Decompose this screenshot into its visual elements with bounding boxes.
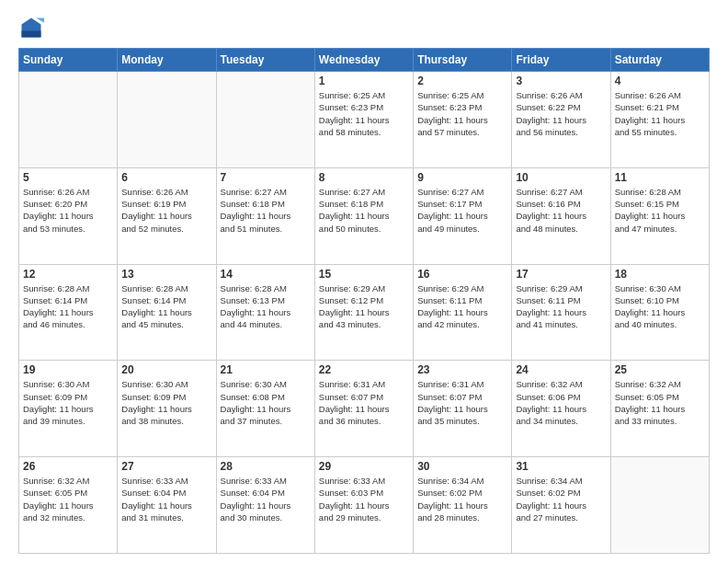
day-info: Sunrise: 6:28 AM Sunset: 6:15 PM Dayligh… xyxy=(615,186,705,235)
day-number: 21 xyxy=(221,363,311,376)
logo xyxy=(18,15,48,40)
day-number: 8 xyxy=(319,171,409,184)
calendar-cell: 1Sunrise: 6:25 AM Sunset: 6:23 PM Daylig… xyxy=(314,72,413,168)
calendar-week-2: 5Sunrise: 6:26 AM Sunset: 6:20 PM Daylig… xyxy=(19,167,710,264)
calendar-cell: 27Sunrise: 6:33 AM Sunset: 6:04 PM Dayli… xyxy=(118,457,216,554)
day-info: Sunrise: 6:29 AM Sunset: 6:11 PM Dayligh… xyxy=(516,282,606,331)
day-number: 4 xyxy=(615,75,705,87)
day-info: Sunrise: 6:30 AM Sunset: 6:09 PM Dayligh… xyxy=(23,378,113,427)
weekday-header-saturday: Saturday xyxy=(610,49,709,72)
calendar-cell xyxy=(118,72,216,168)
calendar-cell: 9Sunrise: 6:27 AM Sunset: 6:17 PM Daylig… xyxy=(414,167,512,264)
day-info: Sunrise: 6:28 AM Sunset: 6:14 PM Dayligh… xyxy=(23,282,113,331)
day-number: 27 xyxy=(121,460,211,473)
day-number: 28 xyxy=(221,460,311,473)
day-number: 26 xyxy=(23,460,113,473)
calendar-cell: 2Sunrise: 6:25 AM Sunset: 6:23 PM Daylig… xyxy=(414,72,512,168)
calendar-cell: 14Sunrise: 6:28 AM Sunset: 6:13 PM Dayli… xyxy=(216,264,314,361)
logo-icon xyxy=(18,15,44,40)
day-info: Sunrise: 6:32 AM Sunset: 6:05 PM Dayligh… xyxy=(615,378,705,427)
day-number: 18 xyxy=(615,268,705,281)
calendar-cell: 23Sunrise: 6:31 AM Sunset: 6:07 PM Dayli… xyxy=(414,361,512,457)
day-number: 9 xyxy=(417,171,507,184)
calendar-cell: 5Sunrise: 6:26 AM Sunset: 6:20 PM Daylig… xyxy=(19,167,118,264)
calendar-cell: 7Sunrise: 6:27 AM Sunset: 6:18 PM Daylig… xyxy=(216,167,314,264)
weekday-header-row: SundayMondayTuesdayWednesdayThursdayFrid… xyxy=(19,49,710,72)
calendar-cell: 30Sunrise: 6:34 AM Sunset: 6:02 PM Dayli… xyxy=(414,457,512,554)
day-info: Sunrise: 6:25 AM Sunset: 6:23 PM Dayligh… xyxy=(417,89,507,138)
day-info: Sunrise: 6:28 AM Sunset: 6:13 PM Dayligh… xyxy=(221,282,311,331)
calendar-cell: 19Sunrise: 6:30 AM Sunset: 6:09 PM Dayli… xyxy=(19,361,118,457)
weekday-header-tuesday: Tuesday xyxy=(216,49,314,72)
day-info: Sunrise: 6:26 AM Sunset: 6:20 PM Dayligh… xyxy=(23,186,113,235)
day-number: 3 xyxy=(516,75,606,87)
calendar-cell: 13Sunrise: 6:28 AM Sunset: 6:14 PM Dayli… xyxy=(118,264,216,361)
day-number: 13 xyxy=(121,268,211,281)
day-info: Sunrise: 6:26 AM Sunset: 6:21 PM Dayligh… xyxy=(615,89,705,138)
day-number: 14 xyxy=(221,268,311,281)
calendar-cell: 3Sunrise: 6:26 AM Sunset: 6:22 PM Daylig… xyxy=(512,72,610,168)
day-number: 1 xyxy=(319,75,409,87)
day-number: 5 xyxy=(23,171,113,184)
day-info: Sunrise: 6:29 AM Sunset: 6:12 PM Dayligh… xyxy=(319,282,409,331)
weekday-header-wednesday: Wednesday xyxy=(314,49,413,72)
calendar-cell: 15Sunrise: 6:29 AM Sunset: 6:12 PM Dayli… xyxy=(314,264,413,361)
day-number: 2 xyxy=(417,75,507,87)
day-number: 24 xyxy=(516,363,606,376)
calendar-cell: 24Sunrise: 6:32 AM Sunset: 6:06 PM Dayli… xyxy=(512,361,610,457)
weekday-header-thursday: Thursday xyxy=(414,49,512,72)
calendar-cell: 20Sunrise: 6:30 AM Sunset: 6:09 PM Dayli… xyxy=(118,361,216,457)
calendar-cell: 22Sunrise: 6:31 AM Sunset: 6:07 PM Dayli… xyxy=(314,361,413,457)
calendar-cell xyxy=(19,72,118,168)
day-info: Sunrise: 6:30 AM Sunset: 6:10 PM Dayligh… xyxy=(615,282,705,331)
day-number: 7 xyxy=(221,171,311,184)
calendar-cell: 31Sunrise: 6:34 AM Sunset: 6:02 PM Dayli… xyxy=(512,457,610,554)
calendar-table: SundayMondayTuesdayWednesdayThursdayFrid… xyxy=(18,48,710,554)
day-number: 30 xyxy=(417,460,507,473)
weekday-header-friday: Friday xyxy=(512,49,610,72)
calendar-cell: 28Sunrise: 6:33 AM Sunset: 6:04 PM Dayli… xyxy=(216,457,314,554)
day-info: Sunrise: 6:31 AM Sunset: 6:07 PM Dayligh… xyxy=(417,378,507,427)
day-number: 12 xyxy=(23,268,113,281)
day-info: Sunrise: 6:26 AM Sunset: 6:19 PM Dayligh… xyxy=(121,186,211,235)
calendar-cell: 11Sunrise: 6:28 AM Sunset: 6:15 PM Dayli… xyxy=(610,167,709,264)
page: SundayMondayTuesdayWednesdayThursdayFrid… xyxy=(0,0,728,563)
calendar-cell xyxy=(216,72,314,168)
calendar-cell: 18Sunrise: 6:30 AM Sunset: 6:10 PM Dayli… xyxy=(610,264,709,361)
day-info: Sunrise: 6:28 AM Sunset: 6:14 PM Dayligh… xyxy=(121,282,211,331)
day-info: Sunrise: 6:34 AM Sunset: 6:02 PM Dayligh… xyxy=(516,475,606,523)
calendar-week-5: 26Sunrise: 6:32 AM Sunset: 6:05 PM Dayli… xyxy=(19,457,710,554)
calendar-week-4: 19Sunrise: 6:30 AM Sunset: 6:09 PM Dayli… xyxy=(19,361,710,457)
svg-rect-2 xyxy=(22,31,41,38)
weekday-header-sunday: Sunday xyxy=(19,49,118,72)
day-number: 16 xyxy=(417,268,507,281)
calendar-cell: 4Sunrise: 6:26 AM Sunset: 6:21 PM Daylig… xyxy=(610,72,709,168)
day-info: Sunrise: 6:33 AM Sunset: 6:04 PM Dayligh… xyxy=(221,475,311,523)
day-number: 10 xyxy=(516,171,606,184)
calendar-cell: 17Sunrise: 6:29 AM Sunset: 6:11 PM Dayli… xyxy=(512,264,610,361)
day-number: 17 xyxy=(516,268,606,281)
day-info: Sunrise: 6:27 AM Sunset: 6:16 PM Dayligh… xyxy=(516,186,606,235)
day-info: Sunrise: 6:34 AM Sunset: 6:02 PM Dayligh… xyxy=(417,475,507,523)
calendar-cell: 26Sunrise: 6:32 AM Sunset: 6:05 PM Dayli… xyxy=(19,457,118,554)
day-info: Sunrise: 6:25 AM Sunset: 6:23 PM Dayligh… xyxy=(319,89,409,138)
day-number: 31 xyxy=(516,460,606,473)
weekday-header-monday: Monday xyxy=(118,49,216,72)
day-info: Sunrise: 6:26 AM Sunset: 6:22 PM Dayligh… xyxy=(516,89,606,138)
day-number: 29 xyxy=(319,460,409,473)
calendar-week-1: 1Sunrise: 6:25 AM Sunset: 6:23 PM Daylig… xyxy=(19,72,710,168)
calendar-cell: 16Sunrise: 6:29 AM Sunset: 6:11 PM Dayli… xyxy=(414,264,512,361)
day-info: Sunrise: 6:32 AM Sunset: 6:05 PM Dayligh… xyxy=(23,475,113,523)
day-info: Sunrise: 6:33 AM Sunset: 6:03 PM Dayligh… xyxy=(319,475,409,523)
calendar-cell: 10Sunrise: 6:27 AM Sunset: 6:16 PM Dayli… xyxy=(512,167,610,264)
calendar-cell: 21Sunrise: 6:30 AM Sunset: 6:08 PM Dayli… xyxy=(216,361,314,457)
day-number: 19 xyxy=(23,363,113,376)
calendar-cell: 29Sunrise: 6:33 AM Sunset: 6:03 PM Dayli… xyxy=(314,457,413,554)
day-number: 22 xyxy=(319,363,409,376)
day-number: 25 xyxy=(615,363,705,376)
day-info: Sunrise: 6:29 AM Sunset: 6:11 PM Dayligh… xyxy=(417,282,507,331)
header xyxy=(18,15,710,40)
day-info: Sunrise: 6:33 AM Sunset: 6:04 PM Dayligh… xyxy=(121,475,211,523)
day-info: Sunrise: 6:27 AM Sunset: 6:18 PM Dayligh… xyxy=(221,186,311,235)
day-info: Sunrise: 6:27 AM Sunset: 6:18 PM Dayligh… xyxy=(319,186,409,235)
